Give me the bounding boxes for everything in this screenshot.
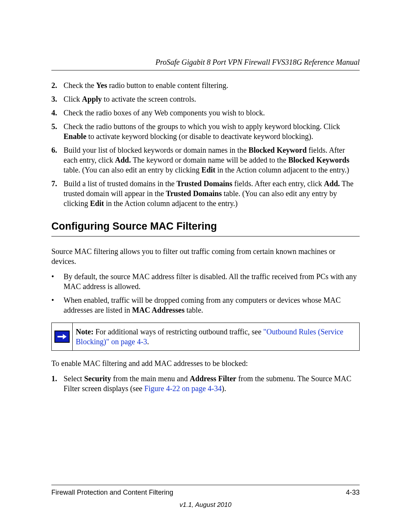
bullet-dot: • (51, 272, 64, 281)
step-number: 2. (51, 80, 64, 90)
step-number: 5. (51, 121, 64, 131)
step-number: 4. (51, 108, 64, 118)
header-rule (51, 70, 360, 70)
list-item: •By default, the source MAC address filt… (51, 272, 360, 291)
step-number: 3. (51, 94, 64, 104)
page-number: 4-33 (346, 488, 360, 497)
step-text: Build a list of trusted domains in the T… (64, 179, 360, 208)
list-item: 7.Build a list of trusted domains in the… (51, 179, 360, 208)
running-header: ProSafe Gigabit 8 Port VPN Firewall FVS3… (51, 57, 360, 67)
footer-version: v1.1, August 2010 (51, 501, 360, 509)
list-item: 3.Click Apply to activate the screen con… (51, 94, 360, 104)
step-number: 6. (51, 145, 64, 155)
footer-chapter: Firewall Protection and Content Filterin… (51, 488, 173, 497)
numbered-steps: 2.Check the Yes radio button to enable c… (51, 80, 360, 208)
note-prefix: Note: (76, 328, 94, 336)
step-number: 1. (51, 374, 64, 383)
note-body-after: . (147, 337, 149, 346)
bullet-list: •By default, the source MAC address filt… (51, 272, 360, 315)
list-item: 6.Build your list of blocked keywords or… (51, 145, 360, 175)
list-item: 2.Check the Yes radio button to enable c… (51, 80, 360, 90)
list-item: •When enabled, traffic will be dropped c… (51, 295, 360, 315)
page-footer: Firewall Protection and Content Filterin… (51, 485, 360, 509)
bullet-text: When enabled, traffic will be dropped co… (64, 295, 360, 315)
step-text: Build your list of blocked keywords or d… (64, 145, 360, 175)
step-number: 7. (51, 179, 64, 189)
page: ProSafe Gigabit 8 Port VPN Firewall FVS3… (0, 0, 411, 532)
enable-steps: 1.Select Security from the main menu and… (51, 374, 360, 393)
note-box: Note: For additional ways of restricting… (51, 323, 360, 351)
step-text: Check the Yes radio button to enable con… (64, 80, 360, 90)
step-text: Check the radio boxes of any Web compone… (64, 108, 360, 118)
figure-link[interactable]: Figure 4-22 on page 4-34 (144, 384, 221, 393)
step-text: Click Apply to activate the screen contr… (64, 94, 360, 104)
section-intro: Source MAC filtering allows you to filte… (51, 246, 360, 266)
list-item: 5.Check the radio buttons of the groups … (51, 121, 360, 141)
note-icon-cell (52, 323, 73, 350)
arrow-right-icon (54, 331, 70, 343)
list-item: 4.Check the radio boxes of any Web compo… (51, 108, 360, 118)
note-body-before: For additional ways of restricting outbo… (94, 328, 263, 336)
footer-rule (51, 485, 360, 485)
step-text: Check the radio buttons of the groups to… (64, 121, 360, 141)
bullet-text: By default, the source MAC address filte… (64, 272, 360, 291)
section-rule (51, 236, 360, 236)
note-text: Note: For additional ways of restricting… (73, 323, 359, 350)
section-heading: Configuring Source MAC Filtering (51, 220, 360, 233)
enable-intro: To enable MAC filtering and add MAC addr… (51, 358, 360, 368)
list-item: 1.Select Security from the main menu and… (51, 374, 360, 393)
step-text: Select Security from the main menu and A… (64, 374, 360, 393)
bullet-dot: • (51, 295, 64, 305)
